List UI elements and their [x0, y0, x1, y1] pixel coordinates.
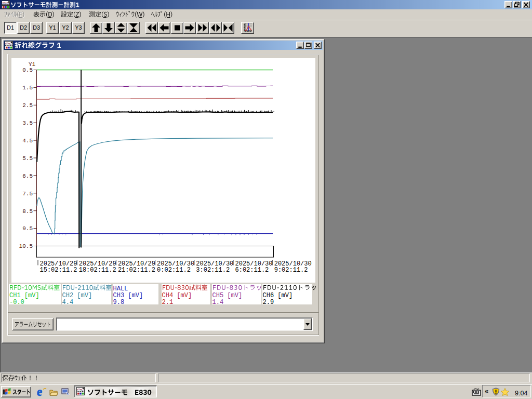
svg-text:10.5: 10.5 [19, 243, 33, 249]
svg-text:8.5: 8.5 [22, 208, 33, 215]
svg-text:4.5: 4.5 [22, 138, 33, 144]
svg-text:9:02:11.2: 9:02:11.2 [274, 267, 308, 274]
svg-text:0:02:11.2: 0:02:11.2 [157, 267, 191, 274]
svg-text:Y1: Y1 [29, 61, 36, 68]
svg-text:2.5: 2.5 [22, 102, 33, 109]
svg-text:3:02:11.2: 3:02:11.2 [196, 267, 230, 274]
svg-text:7.5: 7.5 [22, 191, 33, 197]
svg-text:6:02:11.2: 6:02:11.2 [235, 267, 269, 274]
svg-text:15:02:11.2: 15:02:11.2 [40, 267, 77, 274]
svg-text:5.5: 5.5 [22, 155, 33, 162]
svg-text:6.5: 6.5 [22, 173, 33, 179]
svg-text:9.5: 9.5 [22, 225, 33, 232]
svg-text:0.5: 0.5 [22, 67, 33, 73]
svg-text:3.5: 3.5 [22, 120, 33, 126]
svg-text:21:02:11.2: 21:02:11.2 [118, 267, 155, 274]
svg-text:1.5: 1.5 [22, 85, 33, 91]
svg-text:18:02:11.2: 18:02:11.2 [79, 267, 116, 274]
